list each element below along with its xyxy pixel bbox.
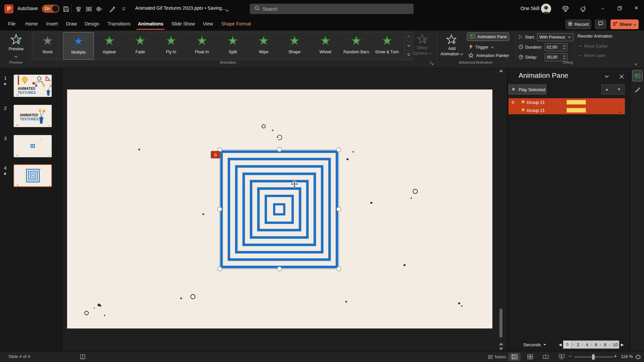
record-button[interactable]: Record (566, 19, 591, 29)
resize-handle[interactable] (337, 148, 341, 152)
resize-handle[interactable] (337, 207, 341, 212)
animation-pane-toggle-button[interactable] (632, 70, 643, 81)
gallery-item-float-in[interactable]: Float In (186, 32, 217, 60)
powerpoint-logo-icon[interactable]: P (4, 4, 13, 13)
document-title[interactable]: Animated Gif Textures 2023.pptx • Saving… (135, 5, 226, 11)
normal-view-button[interactable] (508, 353, 521, 361)
distribute-objects-icon[interactable] (85, 5, 93, 13)
timeline-scroll-right-icon[interactable]: ▶ (621, 343, 624, 347)
trigger-button[interactable]: Trigger (469, 44, 494, 50)
reading-view-button[interactable] (540, 353, 552, 361)
slide-indicator[interactable]: Slide 4 of 4 (8, 354, 30, 359)
tab-slide-show[interactable]: Slide Show (171, 18, 195, 31)
timeline-scroll-left-icon[interactable]: ◀ (559, 343, 561, 347)
tab-design[interactable]: Design (85, 18, 99, 31)
shape-fill-icon[interactable] (95, 5, 104, 13)
animation-list-item[interactable]: Group 21 (508, 106, 625, 114)
restore-button[interactable] (612, 0, 627, 16)
pane-collapse-chevron-icon[interactable] (602, 73, 611, 80)
tab-insert[interactable]: Insert (46, 18, 58, 31)
format-painter-icon[interactable] (633, 85, 642, 94)
resize-handle[interactable] (277, 267, 282, 271)
gallery-item-fade[interactable]: Fade (125, 32, 156, 60)
tab-view[interactable]: View (203, 18, 213, 31)
tab-transitions[interactable]: Transitions (108, 18, 130, 31)
gallery-item-wipe[interactable]: Wipe (248, 32, 279, 60)
move-down-button[interactable] (613, 84, 625, 95)
slide-thumbnail-image[interactable] (13, 135, 52, 158)
timeline-ruler[interactable]: 0246810 (563, 341, 619, 349)
gallery-item-wheel[interactable]: Wheel (310, 32, 341, 60)
autosave-toggle[interactable]: On (42, 5, 59, 13)
gallery-item-appear[interactable]: Appear (94, 32, 125, 60)
notes-button[interactable]: Notes (485, 353, 509, 361)
resize-handle[interactable] (218, 267, 222, 271)
tab-animations[interactable]: Animations (138, 18, 163, 31)
move-up-button[interactable] (601, 84, 612, 95)
add-animation-button[interactable]: Add Animation (439, 32, 464, 60)
user-name[interactable]: One Skill (521, 6, 539, 11)
timeline-duration-bar[interactable] (567, 100, 586, 105)
animation-list-item[interactable]: 0 Group 21 (508, 98, 625, 106)
gallery-item-grow-turn[interactable]: Grow & Turn (372, 32, 402, 60)
duration-spinner[interactable] (563, 45, 566, 49)
slide-thumbnail-image[interactable]: ANIMATED TEXTURES (13, 105, 52, 127)
row-chevron-icon[interactable] (619, 109, 622, 115)
timeline-duration-bar[interactable] (567, 108, 586, 113)
animation-pane-button[interactable]: Animation Pane (467, 33, 509, 41)
slide-thumbnail-2[interactable]: 2 ANIMATED TEXTURES (0, 105, 62, 129)
canvas-scrollbar[interactable] (499, 69, 503, 350)
tab-home[interactable]: Home (25, 18, 38, 31)
zoom-out-button[interactable]: − (569, 353, 572, 359)
resize-handle[interactable] (277, 147, 282, 152)
premium-gem-icon[interactable] (560, 4, 571, 14)
coming-soon-megaphone-icon[interactable] (579, 4, 589, 14)
gallery-item-none[interactable]: None (32, 32, 63, 60)
ink-pen-icon[interactable] (108, 5, 117, 13)
tab-file[interactable]: File (8, 18, 16, 31)
slide-thumbnail-4[interactable]: 4★ (0, 164, 62, 188)
accessibility-checker-icon[interactable] (76, 353, 89, 361)
gallery-item-split[interactable]: Split (217, 32, 248, 60)
play-selected-button[interactable]: Play Selected (508, 84, 546, 95)
gallery-item-fly-in[interactable]: Fly In (156, 32, 186, 60)
duration-input[interactable]: 02,00 (545, 43, 568, 51)
slideshow-view-button[interactable] (555, 353, 568, 361)
delay-spinner[interactable] (563, 55, 566, 59)
zoom-level[interactable]: 118 % (621, 354, 633, 359)
pane-close-icon[interactable] (617, 73, 626, 80)
tab-shape-format[interactable]: Shape Format (221, 18, 251, 31)
animation-painter-button[interactable]: Animation Painter (468, 53, 509, 59)
timeline-unit-dropdown[interactable]: Seconds (523, 342, 546, 347)
search-box[interactable] (250, 4, 414, 14)
document-title-chevron-icon[interactable] (225, 7, 229, 13)
slide-thumbnail-image[interactable] (13, 164, 52, 187)
save-icon[interactable] (62, 5, 70, 13)
collapse-ribbon-chevron-icon[interactable] (634, 61, 638, 67)
close-button[interactable]: ✕ (629, 0, 644, 16)
search-input[interactable] (263, 6, 404, 12)
zoom-slider-handle[interactable] (592, 354, 595, 360)
align-objects-icon[interactable] (74, 5, 83, 13)
tab-draw[interactable]: Draw (66, 18, 77, 31)
slide-surface[interactable] (67, 89, 492, 328)
zoom-in-button[interactable]: + (614, 353, 617, 359)
preview-button[interactable]: Preview (4, 32, 28, 60)
comments-button[interactable] (595, 19, 606, 29)
share-button[interactable]: Share (610, 19, 639, 29)
slide-thumbnail-1[interactable]: 1★ ANIMATED TEXTURES (0, 74, 62, 99)
gallery-item-multiple[interactable]: Multiple (63, 32, 94, 60)
fit-to-window-button[interactable] (632, 353, 644, 361)
customize-toolbar-chevron-icon[interactable] (119, 5, 128, 13)
resize-handle[interactable] (218, 207, 222, 212)
gallery-item-random-bars[interactable]: Random Bars (341, 32, 372, 60)
slide-thumbnail-3[interactable]: 3 (0, 135, 62, 159)
minimize-button[interactable]: – (595, 0, 610, 16)
animation-dialog-launcher-icon[interactable] (430, 61, 434, 67)
start-dropdown[interactable]: With Previous (537, 33, 573, 41)
resize-handle[interactable] (337, 267, 341, 271)
avatar[interactable] (541, 4, 551, 14)
slide-sorter-view-button[interactable] (524, 353, 536, 361)
slide-thumbnail-image[interactable]: ANIMATED TEXTURES (13, 74, 52, 97)
gallery-item-shape[interactable]: Shape (279, 32, 310, 60)
